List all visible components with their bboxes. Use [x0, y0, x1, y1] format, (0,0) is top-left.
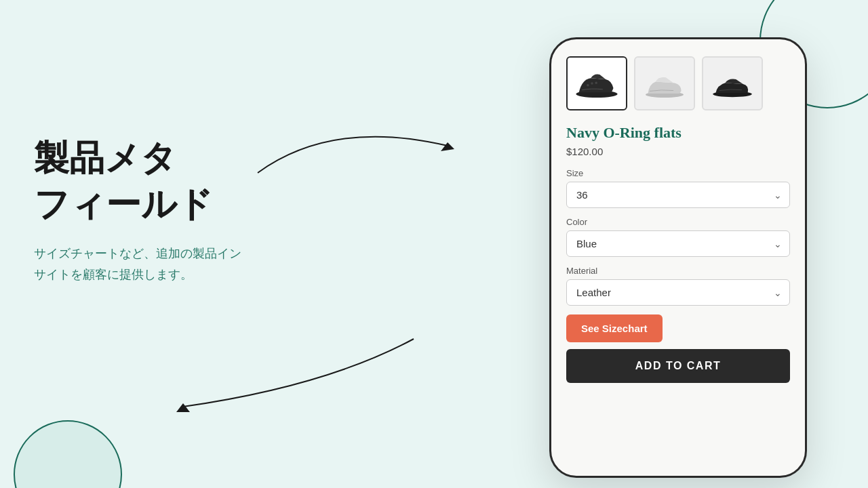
- product-thumb-1[interactable]: [566, 56, 627, 110]
- color-field-group: Color Blue Black White Red ⌄: [566, 217, 790, 257]
- size-select[interactable]: 36 37 38 39 40: [566, 182, 790, 208]
- arrow-bottom: [156, 332, 441, 420]
- svg-marker-1: [176, 403, 190, 412]
- material-select[interactable]: Leather Synthetic Canvas Mesh: [566, 279, 790, 306]
- phone-mockup: Navy O-Ring flats $120.00 Size 36 37 38 …: [549, 37, 807, 478]
- material-select-wrapper: Leather Synthetic Canvas Mesh ⌄: [566, 279, 790, 306]
- buttons-row: See Sizechart ADD TO CART: [566, 314, 790, 383]
- product-name: Navy O-Ring flats: [566, 124, 790, 142]
- color-select[interactable]: Blue Black White Red: [566, 230, 790, 257]
- subtitle: サイズチャートなど、追加の製品インサイトを顧客に提供します。: [34, 243, 359, 285]
- svg-marker-0: [441, 142, 454, 151]
- material-label: Material: [566, 266, 790, 276]
- see-sizechart-button[interactable]: See Sizechart: [566, 314, 663, 342]
- material-field-group: Material Leather Synthetic Canvas Mesh ⌄: [566, 266, 790, 306]
- bg-circle-bottom-left: [14, 420, 122, 488]
- add-to-cart-button[interactable]: ADD TO CART: [566, 349, 790, 383]
- color-select-wrapper: Blue Black White Red ⌄: [566, 230, 790, 257]
- size-label: Size: [566, 168, 790, 178]
- size-field-group: Size 36 37 38 39 40 ⌄: [566, 168, 790, 208]
- svg-point-5: [595, 81, 597, 84]
- product-price: $120.00: [566, 146, 790, 157]
- product-thumb-2[interactable]: [634, 56, 695, 110]
- svg-point-3: [587, 83, 589, 86]
- arrow-top: [251, 105, 468, 186]
- color-label: Color: [566, 217, 790, 227]
- svg-point-4: [591, 82, 593, 85]
- product-thumb-3[interactable]: [702, 56, 763, 110]
- size-select-wrapper: 36 37 38 39 40 ⌄: [566, 182, 790, 208]
- product-images: [566, 56, 790, 110]
